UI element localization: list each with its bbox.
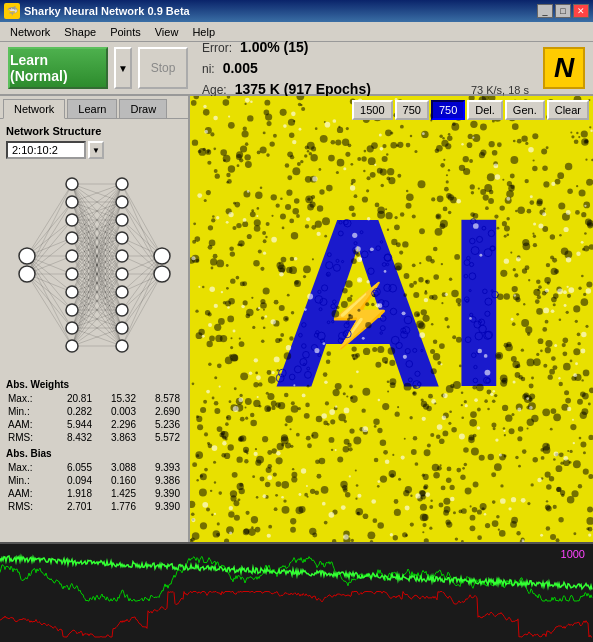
menu-view[interactable]: View [149, 24, 185, 40]
viz-btn-750b[interactable]: 750 [431, 100, 465, 120]
title-text: Sharky Neural Network 0.9 Beta [24, 5, 190, 17]
cell: 0.003 [94, 405, 138, 418]
cell: 6.055 [50, 461, 94, 474]
viz-btn-clear[interactable]: Clear [547, 100, 589, 120]
viz-panel: 1500 750 750 Del. Gen. Clear [190, 96, 593, 542]
cell: 1.918 [50, 487, 94, 500]
cell: 2.701 [50, 500, 94, 513]
cell: 3.863 [94, 431, 138, 444]
structure-select[interactable]: 2:10:10:2 [6, 141, 86, 159]
tab-network[interactable]: Network [3, 99, 65, 119]
viz-btn-1500[interactable]: 1500 [352, 100, 392, 120]
cell: RMS: [6, 431, 50, 444]
title-bar-left: 🦈 Sharky Neural Network 0.9 Beta [4, 3, 190, 19]
title-bar: 🦈 Sharky Neural Network 0.9 Beta _ □ ✕ [0, 0, 593, 22]
menu-network[interactable]: Network [4, 24, 56, 40]
viz-topbar: 1500 750 750 Del. Gen. Clear [348, 96, 593, 124]
chart-label: 1000 [561, 548, 585, 560]
toolbar: Learn (Normal) ▼ Stop Error: 1.00% (15) … [0, 42, 593, 96]
table-row: AAM: 5.944 2.296 5.236 [6, 418, 182, 431]
learn-dropdown-button[interactable]: ▼ [114, 47, 132, 89]
cell: 0.094 [50, 474, 94, 487]
cell: 8.578 [138, 392, 182, 405]
minimize-button[interactable]: _ [537, 4, 553, 18]
structure-dropdown: 2:10:10:2 ▼ [6, 141, 182, 159]
weights-section: Abs. Weights Max.: 20.81 15.32 8.578 Min… [0, 371, 188, 517]
cell: 20.81 [50, 392, 94, 405]
cell: 0.282 [50, 405, 94, 418]
tab-learn[interactable]: Learn [67, 99, 117, 118]
ni-label: ni: [202, 60, 215, 78]
cell: Max.: [6, 392, 50, 405]
cell: 5.944 [50, 418, 94, 431]
cell: 9.386 [138, 474, 182, 487]
structure-dropdown-arrow[interactable]: ▼ [88, 141, 104, 159]
title-buttons[interactable]: _ □ ✕ [537, 4, 589, 18]
network-visualization [7, 165, 182, 365]
cell: Max.: [6, 461, 50, 474]
cell: Min.: [6, 474, 50, 487]
ni-value: 0.005 [223, 58, 258, 79]
left-panel: Network Learn Draw Network Structure 2:1… [0, 96, 190, 542]
menu-points[interactable]: Points [104, 24, 147, 40]
cell: AAM: [6, 487, 50, 500]
chart-canvas [0, 544, 593, 639]
table-row: RMS: 2.701 1.776 9.390 [6, 500, 182, 513]
viz-canvas[interactable] [190, 96, 593, 542]
app-icon: 🦈 [4, 3, 20, 19]
abs-weights-title: Abs. Weights [6, 379, 182, 390]
bottom-chart: 1000 [0, 542, 593, 642]
cell: 2.690 [138, 405, 182, 418]
cell: 2.296 [94, 418, 138, 431]
error-value: 1.00% (15) [240, 37, 308, 58]
network-section: Network Structure 2:10:10:2 ▼ [0, 119, 188, 371]
n-logo: N [543, 47, 585, 89]
table-row: Min.: 0.282 0.003 2.690 [6, 405, 182, 418]
stop-button[interactable]: Stop [138, 47, 188, 89]
cell: 1.425 [94, 487, 138, 500]
menu-shape[interactable]: Shape [58, 24, 102, 40]
abs-bias-table: Max.: 6.055 3.088 9.393 Min.: 0.094 0.16… [6, 461, 182, 513]
cell: 5.236 [138, 418, 182, 431]
table-row: AAM: 1.918 1.425 9.390 [6, 487, 182, 500]
stats-panel: Error: 1.00% (15) ni: 0.005 Age: 1375 K … [194, 35, 537, 102]
cell: RMS: [6, 500, 50, 513]
nn-canvas [7, 165, 182, 365]
cell: 9.390 [138, 500, 182, 513]
close-button[interactable]: ✕ [573, 4, 589, 18]
cell: 5.572 [138, 431, 182, 444]
table-row: Max.: 20.81 15.32 8.578 [6, 392, 182, 405]
cell: 15.32 [94, 392, 138, 405]
viz-btn-del[interactable]: Del. [467, 100, 503, 120]
network-section-title: Network Structure [6, 125, 182, 137]
tabs: Network Learn Draw [0, 96, 188, 119]
cell: 9.393 [138, 461, 182, 474]
table-row: RMS: 8.432 3.863 5.572 [6, 431, 182, 444]
learn-button[interactable]: Learn (Normal) [8, 47, 108, 89]
error-label: Error: [202, 39, 232, 57]
cell: 1.776 [94, 500, 138, 513]
abs-bias-title: Abs. Bias [6, 448, 182, 459]
viz-btn-gen[interactable]: Gen. [505, 100, 545, 120]
tab-draw[interactable]: Draw [119, 99, 167, 118]
cell: 8.432 [50, 431, 94, 444]
cell: 3.088 [94, 461, 138, 474]
cell: 0.160 [94, 474, 138, 487]
table-row: Max.: 6.055 3.088 9.393 [6, 461, 182, 474]
maximize-button[interactable]: □ [555, 4, 571, 18]
cell: AAM: [6, 418, 50, 431]
cell: 9.390 [138, 487, 182, 500]
cell: Min.: [6, 405, 50, 418]
main-content: Network Learn Draw Network Structure 2:1… [0, 96, 593, 542]
table-row: Min.: 0.094 0.160 9.386 [6, 474, 182, 487]
viz-btn-750a[interactable]: 750 [395, 100, 429, 120]
abs-weights-table: Max.: 20.81 15.32 8.578 Min.: 0.282 0.00… [6, 392, 182, 444]
